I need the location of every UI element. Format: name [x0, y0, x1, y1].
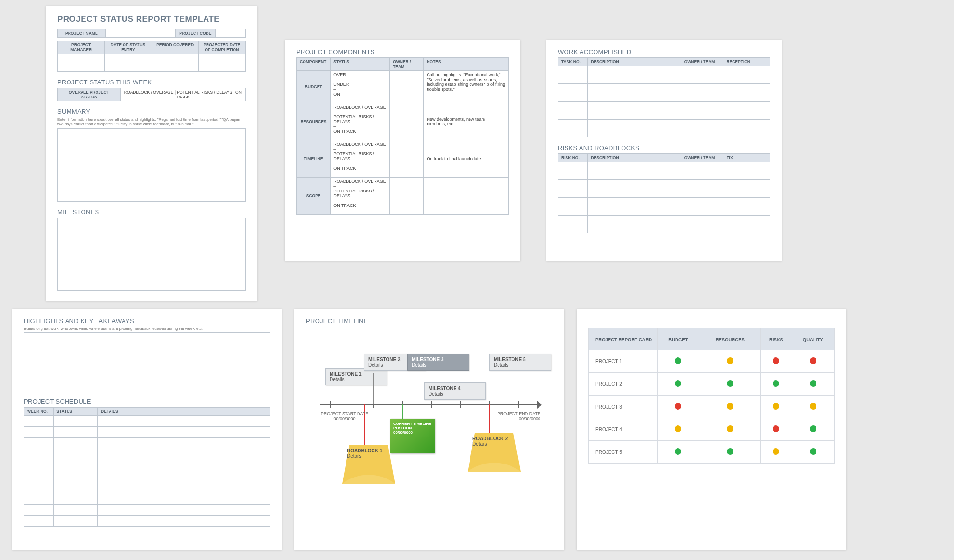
status-dot-icon — [773, 380, 779, 387]
page-highlights-schedule: HIGHLIGHTS AND KEY TAKEAWAYS Bullets of … — [12, 309, 282, 550]
section-highlights: HIGHLIGHTS AND KEY TAKEAWAYS — [24, 317, 270, 325]
status-dot-icon — [810, 357, 816, 364]
timeline-end-label: PROJECT END DATE00/00/0000 — [492, 411, 540, 421]
input-project-code[interactable] — [215, 29, 245, 38]
status-cell — [791, 441, 835, 464]
meta-table: PROJECT MANAGER DATE OF STATUS ENTRY PER… — [57, 41, 246, 72]
status-dot-icon — [810, 380, 816, 387]
table-row: PROJECT 3 — [589, 396, 835, 418]
status-dot-icon — [727, 425, 733, 432]
current-position-note: CURRENT TIMELINE POSITION 00/00/0000 — [390, 419, 435, 453]
page-timeline: PROJECT TIMELINE MILESTONE 1Details MILE… — [294, 309, 564, 550]
page-report-card: PROJECT REPORT CARD BUDGET RESOURCES RIS… — [577, 309, 846, 550]
status-cell — [657, 441, 699, 464]
status-cell — [699, 396, 761, 418]
report-card-table: PROJECT REPORT CARD BUDGET RESOURCES RIS… — [588, 328, 835, 464]
page-components: PROJECT COMPONENTS COMPONENT STATUS OWNE… — [285, 40, 520, 261]
status-dot-icon — [810, 425, 816, 432]
work-table: TASK NO. DESCRIPTION OWNER / TEAM RECEPT… — [558, 57, 770, 137]
section-timeline: PROJECT TIMELINE — [306, 317, 553, 325]
project-name-cell: PROJECT 3 — [589, 396, 658, 418]
table-row: PROJECT 5 — [589, 441, 835, 464]
project-name-cell: PROJECT 4 — [589, 418, 658, 441]
project-name-cell: PROJECT 2 — [589, 373, 658, 396]
table-row: PROJECT 1 — [589, 350, 835, 373]
status-dot-icon — [675, 403, 681, 410]
label-project-name: PROJECT NAME — [58, 29, 106, 38]
status-dot-icon — [727, 403, 733, 410]
status-dot-icon — [727, 380, 733, 387]
page-work-risks: WORK ACCOMPLISHED TASK NO. DESCRIPTION O… — [546, 40, 782, 261]
table-row: BUDGET OVER – UNDER – ON Call out highli… — [297, 71, 509, 103]
status-dot-icon — [810, 403, 816, 410]
status-cell — [791, 350, 835, 373]
milestone-card: MILESTONE 3Details — [407, 354, 469, 371]
milestone-card: MILESTONE 5Details — [489, 354, 551, 371]
id-table: PROJECT NAME PROJECT CODE — [57, 29, 246, 38]
section-milestones: MILESTONES — [57, 208, 246, 216]
status-cell — [761, 373, 791, 396]
status-dot-icon — [675, 448, 681, 455]
milestones-box[interactable] — [57, 218, 246, 291]
section-schedule: PROJECT SCHEDULE — [24, 398, 270, 405]
section-status-week: PROJECT STATUS THIS WEEK — [57, 79, 246, 86]
status-dot-icon — [773, 425, 779, 432]
table-row: RESOURCES ROADBLOCK / OVERAGE – POTENTIA… — [297, 103, 509, 140]
table-row: PROJECT 4 — [589, 418, 835, 441]
highlights-box[interactable] — [24, 332, 270, 391]
status-cell — [791, 418, 835, 441]
summary-box[interactable] — [57, 128, 246, 202]
status-cell — [657, 418, 699, 441]
section-risks: RISKS AND ROADBLOCKS — [558, 144, 770, 151]
roadblock-card: ROADBLOCK 2Details — [468, 433, 521, 473]
section-components: PROJECT COMPONENTS — [296, 48, 509, 55]
project-name-cell: PROJECT 1 — [589, 350, 658, 373]
timeline-start-label: PROJECT START DATE00/00/0000 — [320, 411, 369, 421]
status-dot-icon — [675, 357, 681, 364]
table-row: PROJECT 2 — [589, 373, 835, 396]
status-dot-icon — [773, 357, 779, 364]
label-project-code: PROJECT CODE — [175, 29, 215, 38]
status-cell — [699, 373, 761, 396]
roadblock-card: ROADBLOCK 1Details — [342, 445, 395, 485]
table-row: TIMELINE ROADBLOCK / OVERAGE – POTENTIAL… — [297, 140, 509, 178]
timeline-diagram: MILESTONE 1Details MILESTONE 2Details MI… — [306, 334, 553, 479]
page-title: PROJECT STATUS REPORT TEMPLATE — [57, 14, 246, 24]
status-cell — [657, 396, 699, 418]
schedule-table: WEEK NO. STATUS DETAILS — [24, 407, 270, 527]
project-name-cell: PROJECT 5 — [589, 441, 658, 464]
status-cell — [699, 441, 761, 464]
table-row: SCOPE ROADBLOCK / OVERAGE – POTENTIAL RI… — [297, 178, 509, 215]
status-dot-icon — [727, 357, 733, 364]
status-cell — [699, 418, 761, 441]
status-cell — [791, 396, 835, 418]
status-dot-icon — [675, 380, 681, 387]
status-dot-icon — [773, 403, 779, 410]
highlights-note: Bullets of great work, who owns what, wh… — [24, 327, 270, 331]
status-cell — [761, 396, 791, 418]
status-cell — [657, 373, 699, 396]
risks-table: RISK NO. DESCRIPTION OWNER / TEAM FIX — [558, 153, 770, 233]
section-summary: SUMMARY — [57, 108, 246, 115]
status-cell — [699, 350, 761, 373]
status-cell — [761, 350, 791, 373]
summary-note: Enter information here about overall sta… — [57, 117, 246, 127]
input-project-name[interactable] — [105, 29, 175, 38]
section-work: WORK ACCOMPLISHED — [558, 48, 770, 55]
status-cell — [761, 441, 791, 464]
status-cell — [761, 418, 791, 441]
status-cell — [791, 373, 835, 396]
status-dot-icon — [675, 425, 681, 432]
status-dot-icon — [773, 448, 779, 455]
status-cell — [657, 350, 699, 373]
status-table: OVERALL PROJECT STATUS ROADBLOCK / OVERA… — [57, 88, 246, 101]
status-dot-icon — [810, 448, 816, 455]
milestone-card: MILESTONE 4Details — [424, 382, 486, 400]
components-table: COMPONENT STATUS OWNER / TEAM NOTES BUDG… — [296, 57, 509, 215]
page-status-report: PROJECT STATUS REPORT TEMPLATE PROJECT N… — [46, 6, 257, 301]
status-dot-icon — [727, 448, 733, 455]
